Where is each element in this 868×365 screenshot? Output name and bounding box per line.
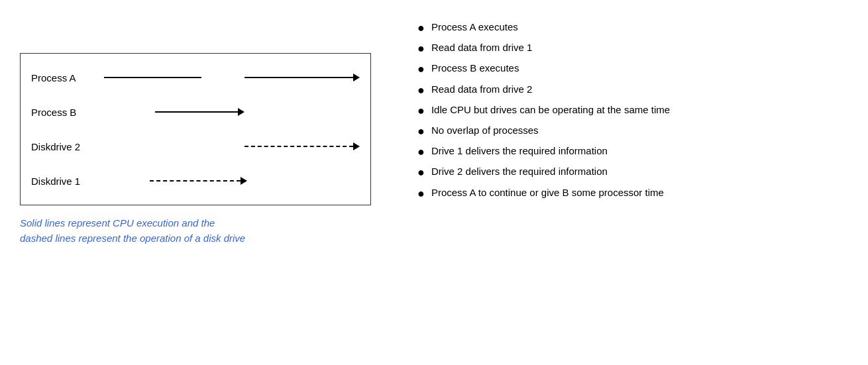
bullet-dot: ● <box>417 144 425 160</box>
list-item: ● Idle CPU but drives can be operating a… <box>417 103 848 119</box>
list-item: ● Read data from drive 2 <box>417 82 848 99</box>
diagram-row-diskdrive2: Diskdrive 2 <box>31 129 360 164</box>
bullet-text: Process B executes <box>431 61 519 76</box>
bullet-text: No overlap of processes <box>431 123 539 138</box>
bullet-dot: ● <box>417 103 425 119</box>
list-item: ● Process A to continue or give B some p… <box>417 185 848 202</box>
diagram-row-process-b: Process B <box>31 95 360 129</box>
list-item: ● Process B executes <box>417 61 848 78</box>
bullet-dot: ● <box>417 20 425 36</box>
label-process-b: Process B <box>31 107 104 118</box>
right-panel: ● Process A executes ● Read data from dr… <box>391 13 848 202</box>
bullet-text: Drive 1 delivers the required informatio… <box>431 144 608 159</box>
bullet-dot: ● <box>417 123 425 140</box>
arrow-process-b <box>104 105 360 119</box>
arrow-diskdrive1 <box>104 174 360 187</box>
bullet-text: Process A to continue or give B some pro… <box>431 185 664 201</box>
arrow-diskdrive2 <box>104 140 360 153</box>
diagram-row-process-a: Process A <box>31 60 360 95</box>
list-item: ● Process A executes <box>417 20 848 36</box>
diagram-caption: Solid lines represent CPU execution and … <box>20 216 364 246</box>
bullet-dot: ● <box>417 82 425 99</box>
list-item: ● No overlap of processes <box>417 123 848 140</box>
list-item: ● Read data from drive 1 <box>417 40 848 57</box>
caption-line2: dashed lines represent the operation of … <box>20 233 245 244</box>
left-panel: Process A Process B <box>20 13 391 246</box>
bullet-text: Process A executes <box>431 20 518 35</box>
bullet-text: Read data from drive 1 <box>431 40 533 56</box>
bullet-dot: ● <box>417 185 425 202</box>
diagram-box: Process A Process B <box>20 53 371 205</box>
list-item: ● Drive 2 delivers the required informat… <box>417 164 848 181</box>
bullet-text: Drive 2 delivers the required informatio… <box>431 164 608 180</box>
bullet-text: Read data from drive 2 <box>431 82 533 97</box>
diagram-row-diskdrive1: Diskdrive 1 <box>31 164 360 198</box>
label-diskdrive1: Diskdrive 1 <box>31 176 104 187</box>
bullet-list: ● Process A executes ● Read data from dr… <box>417 20 848 202</box>
bullet-dot: ● <box>417 164 425 181</box>
bullet-dot: ● <box>417 61 425 78</box>
bullet-dot: ● <box>417 40 425 57</box>
arrow-process-a <box>104 71 360 84</box>
label-diskdrive2: Diskdrive 2 <box>31 141 104 152</box>
list-item: ● Drive 1 delivers the required informat… <box>417 144 848 160</box>
caption-line1: Solid lines represent CPU execution and … <box>20 217 215 229</box>
bullet-text: Idle CPU but drives can be operating at … <box>431 103 670 118</box>
label-process-a: Process A <box>31 72 104 83</box>
